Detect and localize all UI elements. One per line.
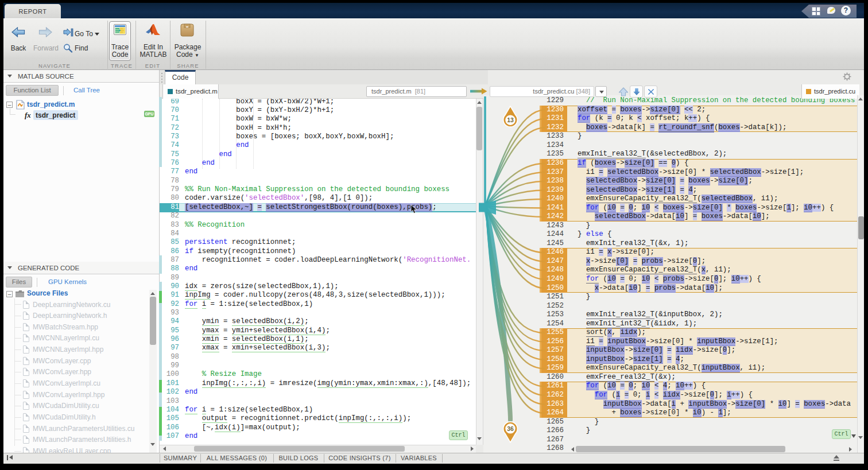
svg-text:36: 36 [507, 425, 514, 432]
svg-text:13: 13 [507, 116, 514, 123]
